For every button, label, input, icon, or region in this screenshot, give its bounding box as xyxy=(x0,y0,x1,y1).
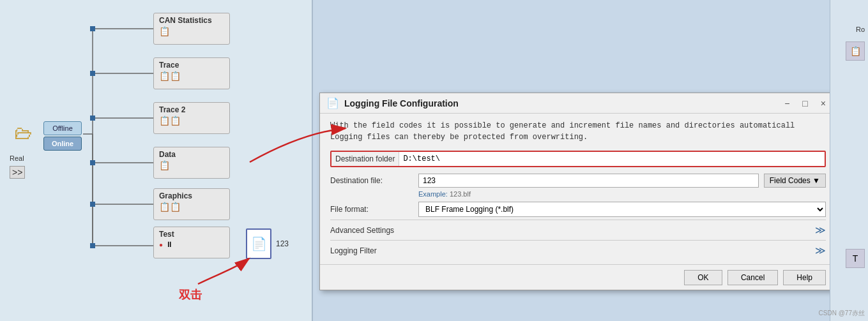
dest-file-input[interactable] xyxy=(418,174,759,188)
dest-folder-input[interactable] xyxy=(399,152,825,166)
dialog-title-icon: 📄 xyxy=(326,97,339,109)
file-format-row: File format: BLF Frame Logging (*.blf) M… xyxy=(330,202,826,217)
test-node[interactable]: Test ● ⏸ xyxy=(153,227,230,258)
dialog-minimize-button[interactable]: − xyxy=(780,97,793,110)
destination-folder-row: Destination folder xyxy=(330,151,826,167)
right-panel-icon[interactable]: 📋 xyxy=(846,41,865,61)
logging-filter-label: Logging Filter xyxy=(330,246,377,255)
advanced-settings-label: Advanced Settings xyxy=(330,226,394,235)
double-arrow-button[interactable]: >> xyxy=(10,166,25,179)
dialog-description: With the field codes it is possible to g… xyxy=(330,120,826,143)
advanced-settings-collapse-icon: ≫ xyxy=(815,224,826,236)
ok-button[interactable]: OK xyxy=(684,270,722,285)
can-statistics-node[interactable]: CAN Statistics 📋 xyxy=(153,13,230,45)
logging-filter-row[interactable]: Logging Filter ≫ xyxy=(330,240,826,260)
file-format-label: File format: xyxy=(330,205,413,214)
help-button[interactable]: Help xyxy=(783,270,826,285)
dialog-body: With the field codes it is possible to g… xyxy=(320,114,836,267)
logging-config-dialog: 📄 Logging File Configuration − □ × With … xyxy=(319,93,837,290)
right-panel: Ro 📋 T xyxy=(830,0,868,321)
trace-title: Trace xyxy=(159,61,224,70)
dialog-footer: OK Cancel Help xyxy=(320,264,836,290)
field-codes-button[interactable]: Field Codes ▼ xyxy=(764,174,826,188)
graphics-node[interactable]: Graphics 📋📋 xyxy=(153,188,230,220)
real-label: Real xyxy=(10,154,24,162)
file-icon-box[interactable] xyxy=(246,228,271,259)
data-title: Data xyxy=(159,150,224,159)
right-panel-label: Ro xyxy=(856,26,865,33)
dialog-close-button[interactable]: × xyxy=(817,97,830,110)
offline-box: Offline xyxy=(43,121,82,135)
svg-rect-11 xyxy=(90,116,95,121)
can-statistics-title: CAN Statistics xyxy=(159,16,224,25)
example-row: Example: 123.blf xyxy=(418,190,826,198)
right-panel-bottom-icon[interactable]: T xyxy=(846,249,865,268)
diagram-area: 🗁 Offline Online Real >> CAN Statistics … xyxy=(0,0,313,321)
trace2-node[interactable]: Trace 2 📋📋 xyxy=(153,102,230,134)
dialog-titlebar: 📄 Logging File Configuration − □ × xyxy=(320,93,836,114)
data-node[interactable]: Data 📋 xyxy=(153,147,230,179)
watermark: CSDN @77赤丝 xyxy=(819,309,865,318)
dialog-maximize-button[interactable]: □ xyxy=(798,97,811,110)
svg-rect-13 xyxy=(90,202,95,207)
cancel-button[interactable]: Cancel xyxy=(727,270,778,285)
file-format-select[interactable]: BLF Frame Logging (*.blf) MDF Frame Logg… xyxy=(418,202,826,217)
file-label: 123 xyxy=(276,239,289,248)
test-title: Test xyxy=(159,230,224,239)
online-box: Online xyxy=(43,137,82,151)
dest-file-row: Destination file: Field Codes ▼ xyxy=(330,174,826,188)
dialog-title-text: Logging File Configuration xyxy=(344,98,775,108)
svg-rect-9 xyxy=(90,26,95,31)
double-click-label: 双击 xyxy=(179,287,202,302)
svg-rect-12 xyxy=(90,160,95,165)
main-node: Offline Online xyxy=(43,121,82,151)
svg-rect-10 xyxy=(90,71,95,76)
folder-icon: 🗁 xyxy=(14,123,32,144)
svg-rect-14 xyxy=(90,243,95,248)
trace-node[interactable]: Trace 📋📋 xyxy=(153,57,230,89)
dest-file-label: Destination file: xyxy=(330,176,413,185)
trace2-title: Trace 2 xyxy=(159,105,224,114)
dest-folder-label: Destination folder xyxy=(331,152,399,166)
logging-filter-collapse-icon: ≫ xyxy=(815,244,826,257)
graphics-title: Graphics xyxy=(159,191,224,200)
advanced-settings-row[interactable]: Advanced Settings ≫ xyxy=(330,220,826,240)
